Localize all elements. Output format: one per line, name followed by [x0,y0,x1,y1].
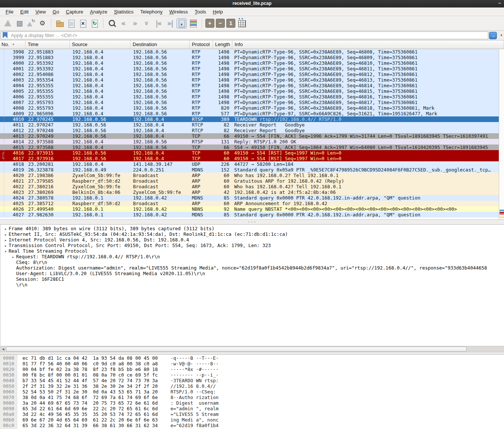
hex-ascii-right[interactable]: 5 Stream [196,411,218,417]
hex-bytes-right[interactable]: 38 2e 30 2e 34 2f 2f 20 [93,383,170,389]
hex-bytes-right[interactable]: 8f 23 f8 b5 bb e6 80 18 [93,366,170,372]
packet-row[interactable]: 402527.385712Raspberr_df:50:d2BroadcastA… [0,201,499,206]
packet-row[interactable]: 400522.955355192.168.0.4192.168.0.56RTP1… [0,88,499,94]
hex-ascii-right[interactable]: ··p··i_· [196,372,218,378]
go-last-icon[interactable] [165,18,175,28]
packet-row[interactable]: 401522.973588192.168.0.4192.168.0.56TCP6… [0,144,499,150]
start-capture-icon[interactable] [3,18,13,28]
hex-ascii-left[interactable]: //192.16 [170,383,196,389]
menu-telephony[interactable]: Telephony [137,8,166,15]
zoom-in-icon[interactable] [205,19,214,28]
close-file-icon[interactable] [78,18,88,28]
hex-bytes-right[interactable]: c0 9d c0 a8 00 38 c0 a8 [93,361,170,366]
column-header-time[interactable]: Time [25,40,70,49]
detail-line[interactable]: ▾Real Time Streaming Protocol [0,248,504,254]
hex-bytes-left[interactable]: 01 77 f7 56 40 00 40 06 [22,361,93,366]
expanded-caret-icon[interactable]: ▾ [3,249,9,254]
hex-ascii-left[interactable]: : Digest [170,400,196,406]
hex-row[interactable]: 00a03d 22 4c 49 56 45 35 3535 20 53 74 7… [0,411,504,417]
collapsed-caret-icon[interactable]: ▸ [10,254,16,259]
hex-bytes-left[interactable]: 00 f8 bc 8f 00 00 01 01 [22,372,93,378]
packet-row[interactable]: 401926.323878192.168.0.49224.0.0.251MDNS… [0,167,499,173]
packet-row[interactable]: 399922.951883192.168.0.4192.168.0.56RTP1… [0,55,499,60]
details-horizontal-scrollbar[interactable] [0,346,504,352]
hex-row[interactable]: 009065 3d 22 61 64 6d 69 6e22 2c 20 72 6… [0,406,504,411]
packet-row[interactable]: 402327.380269BelkinIn_8b:4a:06ZyxelCom_5… [0,189,499,195]
menu-edit[interactable]: Edit [17,8,32,15]
hex-row[interactable]: 00c065 3d 22 36 32 64 31 3966 38 61 30 6… [0,423,504,428]
filter-dropdown-caret-icon[interactable] [500,34,503,37]
hex-bytes-left[interactable]: ec 71 db d1 1c ca 04 42 [22,355,93,361]
hex-bytes-right[interactable]: 20 75 73 65 72 6e 61 6d [93,400,170,406]
column-header-len[interactable]: Length [213,40,232,49]
hex-ascii-left[interactable]: ·····*8x [170,366,196,372]
minimize-button[interactable]: – [498,0,501,6]
hex-bytes-left[interactable]: 2f 2f 31 39 32 2e 31 36 [22,383,93,389]
hex-ascii-right[interactable]: 8.0.4// [196,383,218,389]
menu-tools[interactable]: Tools [191,8,209,15]
detail-line[interactable]: Authorization: Digest username="admin", … [0,265,504,271]
packet-row[interactable]: 400322.955354192.168.0.4192.168.0.56RTP1… [0,77,499,83]
packet-row[interactable]: 402627.499540192.168.0.1192.168.0.42NBNS… [0,206,499,212]
hex-row[interactable]: 00803a 20 44 69 67 65 73 7420 75 73 65 7… [0,400,504,406]
hex-bytes-left[interactable]: 52 54 53 50 2f 31 2e 30 [22,389,93,395]
packet-row[interactable]: 402427.380578192.168.0.1192.168.0.42MDNS… [0,195,499,201]
hex-ascii-right[interactable]: a", nonc [196,417,218,423]
packet-row[interactable]: 400622.955355192.168.0.4192.168.0.56RTP1… [0,94,499,100]
hex-ascii-left[interactable]: e="admin [170,406,196,411]
collapsed-caret-icon[interactable]: ▸ [3,237,9,243]
detail-line[interactable]: ▸Internet Protocol Version 4, Src: 192.1… [0,237,504,243]
menu-statistics[interactable]: Statistics [111,8,137,15]
display-filter-input[interactable] [1,31,488,39]
detail-line[interactable]: Session: 16F28EC1 [0,276,504,282]
hex-bytes-left[interactable]: 38 0d 0a 41 75 74 68 6f [22,395,93,400]
hex-bytes-right[interactable]: 22 2c 20 72 65 61 6c 6d [93,406,170,411]
menu-go[interactable]: Go [49,8,62,15]
collapsed-caret-icon[interactable]: ▸ [3,232,9,237]
hex-bytes-left[interactable]: 3a 20 44 69 67 65 73 74 [22,400,93,406]
packet-list-scrollbar[interactable] [499,49,504,219]
reload-file-icon[interactable] [90,18,100,28]
auto-scroll-icon[interactable] [176,18,187,28]
hex-row[interactable]: 007038 0d 0a 41 75 74 68 6f72 69 7a 61 7… [0,395,504,400]
hex-ascii-left[interactable]: ·q·····B [170,355,196,361]
stop-capture-icon[interactable] [14,18,24,28]
packet-row[interactable]: 401222.970248192.168.0.56192.168.0.4RTCP… [0,128,499,133]
hex-ascii-right[interactable]: ·····8·· [196,361,218,366]
collapsed-caret-icon[interactable]: ▸ [3,243,9,248]
packet-row[interactable]: 401322.970249192.168.0.56192.168.0.4TCP6… [0,133,499,139]
hex-ascii-left[interactable]: ·3TEARDO [170,378,196,383]
column-header-info[interactable]: Info [232,40,504,49]
hex-bytes-left[interactable]: 3d 22 4c 49 56 45 35 35 [22,411,93,417]
hex-ascii-right[interactable]: rization [196,395,218,400]
hex-bytes-left[interactable]: b7 33 54 45 41 52 44 4f [22,378,93,383]
hex-bytes-right[interactable]: 66 38 61 30 66 31 62 34 [93,423,170,428]
hex-bytes-right[interactable]: 61 22 2c 20 6e 6f 6e 63 [93,417,170,423]
hex-row[interactable]: 0040b7 33 54 45 41 52 44 4f57 4e 20 72 7… [0,378,504,383]
hex-ascii-left[interactable]: 8··Autho [170,395,196,400]
hex-bytes-right[interactable]: 57 4e 20 72 74 73 70 3a [93,378,170,383]
hex-ascii-left[interactable]: ·w·V@·@· [170,361,196,366]
hex-ascii-right[interactable]: f8a0f1b4 [196,423,218,428]
menu-file[interactable]: File [2,8,17,15]
go-first-icon[interactable] [153,18,163,28]
hex-ascii-right[interactable]: usernam [196,400,218,406]
scrollbar-thumb[interactable] [6,347,467,352]
restart-capture-icon[interactable] [26,18,36,28]
hex-row[interactable]: 0000ec 71 db d1 1c ca 04 421a 93 54 da 0… [0,355,504,361]
scroll-left-arrow-icon[interactable] [1,347,6,352]
packet-row[interactable]: └401722.973916192.168.0.56192.168.0.4TCP… [0,156,499,161]
menu-capture[interactable]: Capture [63,8,87,15]
hex-ascii-right[interactable]: ", realm [196,406,218,411]
column-header-dst[interactable]: Destination [130,40,190,49]
detail-line[interactable]: CSeq: 8\r\n [0,259,504,265]
hex-bytes-right[interactable]: 1a 93 54 da 08 00 45 00 [93,355,170,361]
packet-row[interactable]: 401422.973588192.168.0.4192.168.0.56RTSP… [0,139,499,144]
detail-line[interactable]: ▸Transmission Control Protocol, Src Port… [0,243,504,248]
go-to-packet-icon[interactable] [142,18,152,28]
hex-row[interactable]: 006052 54 53 50 2f 31 2e 300d 0a 43 53 6… [0,389,504,395]
save-file-icon[interactable] [66,18,76,28]
packet-row[interactable]: 400022.953392192.168.0.4192.168.0.56RTP1… [0,60,499,66]
menu-help[interactable]: Help [209,8,226,15]
packet-row[interactable]: 400422.955355192.168.0.4192.168.0.56RTP1… [0,83,499,88]
